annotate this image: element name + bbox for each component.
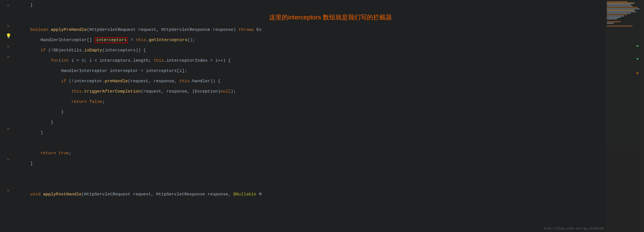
green-marker-1 [637,45,638,47]
gutter-row-5: ▷ [0,41,17,51]
minimap-line-8 [607,11,636,12]
gutter-row-9 [0,82,17,93]
gutter-arrow-13: ▷ [7,127,9,131]
keyword-boolean: boolean [30,27,51,32]
minimap-line-9 [607,13,631,14]
minimap-line-7 [607,10,634,11]
keyword-this-1: this [136,38,146,43]
keyword-this-3: this [179,79,190,84]
gutter-row-6: ▷ [0,51,17,62]
gutter-arrow-3: ▷ [7,24,9,28]
code-line-10: return false ; [17,97,644,107]
code-semicolon-10: ; [102,99,105,104]
code-semicolon-15: ; [69,151,71,156]
gutter-arrow-19: ▷ [7,188,9,193]
code-modelview: M [259,192,261,197]
orange-marker-1 [637,73,638,74]
method-prehandle: preHandle [105,79,128,84]
code-close-13: } [20,130,43,135]
code-line-8: if (!interceptor. preHandle (request, re… [17,76,644,86]
gutter-row-19: ▷ [0,185,17,195]
gutter-row-17 [0,165,17,175]
code-indent-10 [20,99,71,104]
code-line-12: } [17,117,644,127]
keyword-if-2: if [61,79,69,84]
code-line-9: this . triggerAfterCompletion (request, … [17,86,644,97]
code-line-14 [17,138,644,148]
code-close-12: } [20,120,53,125]
gutter-arrow-16: ▷ [7,157,9,162]
code-if2-content: (!interceptor. [69,79,105,84]
code-indent-7: HandlerInterceptor interceptor = interce… [20,69,187,73]
code-indent-8 [20,79,61,84]
keyword-void: void [30,192,43,197]
minimap-line-15 [607,21,621,22]
code-for-semi: ; i < interceptors.length; [84,58,154,63]
url-watermark: http://blog.c3dn.net/qq_42350785 [544,227,604,230]
minimap [606,0,640,232]
minimap-line-18 [607,25,633,27]
code-text-3 [20,27,30,32]
minimap-line-4 [607,5,633,7]
code-close-11: } [20,110,64,115]
method-isempty: isEmpty [84,48,102,53]
minimap-content [606,1,640,232]
code-text-1: } [20,3,33,8]
code-getinterceptors: . [146,38,149,43]
minimap-line-12 [607,17,621,18]
method-applyprehandle: applyPreHandle [51,27,87,32]
gutter-arrow-6: ▷ [7,55,9,59]
gutter-row-11 [0,103,17,113]
keyword-throws: throws [238,27,256,32]
annotation-text: 这里的interceptors 数组就是我们写的拦截器 [269,13,392,22]
code-indent-15 [20,151,41,156]
keyword-null: null [220,89,231,94]
gutter-row-10 [0,93,17,103]
keyword-return-false: return false [71,99,102,104]
gutter-row-4: 💡 [0,31,17,41]
gutter-row-12 [0,113,17,123]
code-assign: = [128,38,136,43]
gutter-row-18 [0,175,17,185]
minimap-line-10 [607,14,627,15]
code-line-16: } [17,158,644,169]
method-applyposthandle: applyPostHandle [43,192,82,197]
keyword-return-true: return true [41,151,69,156]
code-for-index: .interceptorIndex = i++) { [164,58,231,63]
keyword-this-2: this [154,58,164,63]
minimap-line-11 [607,15,624,17]
gutter-row-1: ▷ [0,0,17,10]
scrollbar-right[interactable] [640,0,644,232]
minimap-line-2 [607,3,634,4]
minimap-line-16 [607,23,614,24]
code-if2-handler: .handler)) { [190,79,220,84]
gutter-row-3: ▷ [0,21,17,31]
code-indent-6 [20,58,51,63]
keyword-int: int [61,58,71,63]
gutter-icons: ▷ ▷ 💡 ▷ ▷ [0,0,17,195]
code-line-19: void applyPostHandle (HttpServletRequest… [17,189,644,199]
code-for-paren-open: ( [59,58,61,63]
code-ex: Ex [256,27,261,32]
gutter-arrow-1: ▷ [7,3,9,7]
code-line-5: if (!ObjectUtils. isEmpty (interceptors)… [17,45,644,55]
code-empty-18 [20,182,23,187]
bulb-icon[interactable]: 💡 [6,33,11,39]
code-indent-5 [20,48,41,53]
method-trigger: triggerAfterCompletion [84,89,141,94]
gutter-row-14 [0,134,17,144]
code-trigger-end: ); [231,89,236,94]
annotation-nullable: @Nullable [233,192,259,197]
code-line-3: boolean applyPreHandle (HttpServletReque… [17,25,644,35]
gutter: ▷ ▷ 💡 ▷ ▷ [0,0,17,232]
code-line-11: } [17,107,644,117]
minimap-line-5 [607,7,638,8]
method-getinterceptors: getInterceptors [149,38,187,43]
code-line-15: return true ; [17,148,644,158]
code-line-1: } [17,0,644,10]
minimap-line-6 [607,8,639,9]
code-close-16: } [20,161,33,166]
minimap-line-1 [607,1,627,2]
minimap-line-3 [607,4,631,5]
code-line-4: HandlerInterceptor[] interceptors = this… [17,35,644,45]
